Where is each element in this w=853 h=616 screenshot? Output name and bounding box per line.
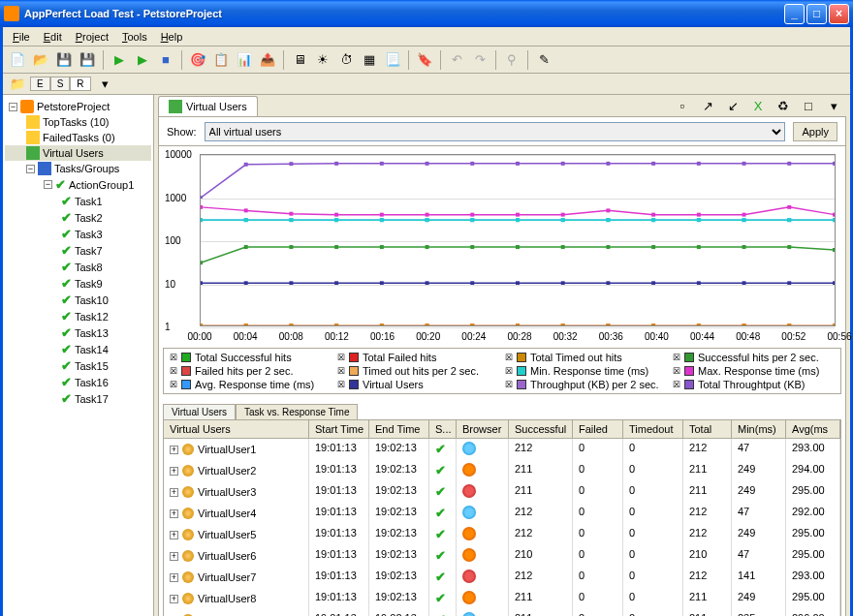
find-icon[interactable]: ⚲ [501,49,522,71]
table-row[interactable]: +VirtualUser819:01:1319:02:13✔2110021124… [164,588,840,609]
project-tree[interactable]: − PetstoreProject TopTasks (10) FailedTa… [3,95,154,616]
minitab-R[interactable]: R [70,77,90,91]
grid-icon[interactable]: ▦ [359,49,380,71]
tree-task[interactable]: ✔Task12 [5,308,151,324]
redo-icon[interactable]: ↷ [469,49,490,71]
x-tick: 00:36 [599,331,623,342]
table-row[interactable]: +VirtualUser619:01:1319:02:13✔2100021047… [164,545,840,567]
options-icon[interactable]: ▾ [95,74,116,95]
expand-icon[interactable]: + [170,552,178,561]
tree-task[interactable]: ✔Task3 [5,226,151,242]
expand-icon[interactable]: + [170,573,178,582]
expand-icon[interactable]: + [170,488,178,497]
col-header[interactable]: Successful [509,420,573,438]
close-button[interactable]: × [829,4,849,24]
tree-task[interactable]: ✔Task7 [5,242,151,259]
show-select[interactable]: All virtual users [205,122,786,141]
col-header[interactable]: Total [683,420,732,438]
col-header[interactable]: Min(ms) [732,420,786,438]
table-row[interactable]: +VirtualUser419:01:1319:02:13✔2120021247… [164,503,840,524]
table-row[interactable]: +VirtualUser119:01:1319:02:13✔2120021247… [164,439,840,460]
menu-edit[interactable]: Edit [38,29,68,45]
tag-icon[interactable]: 🔖 [414,49,435,71]
tree-tasksgroups[interactable]: − Tasks/Groups [5,161,151,176]
tree-task[interactable]: ✔Task10 [5,292,151,308]
save-icon[interactable]: 💾 [53,49,75,71]
tree-task[interactable]: ✔Task1 [5,193,151,209]
col-header[interactable]: Start Time [309,420,369,438]
saveall-icon[interactable]: 💾 [77,49,98,71]
play-icon[interactable]: ▶ [109,49,130,71]
expand-icon[interactable]: + [170,531,178,539]
col-header[interactable]: Avg(ms [786,420,840,438]
col-header[interactable]: Virtual Users [164,420,309,438]
undo-icon[interactable]: ↶ [446,49,467,71]
expand-icon[interactable]: + [170,595,178,603]
folder-icon[interactable]: 📁 [7,74,28,95]
tree-virtualusers[interactable]: Virtual Users [5,145,151,161]
menu-file[interactable]: File [7,29,36,45]
tool-icon[interactable]: ↙ [722,95,743,116]
collapse-icon[interactable]: − [9,103,17,111]
tree-project[interactable]: − PetstoreProject [5,99,151,114]
stop-icon[interactable]: ■ [155,49,176,71]
tree-task[interactable]: ✔Task8 [5,259,151,275]
tool-icon[interactable]: ▫ [672,95,693,116]
col-header[interactable]: S... [429,420,457,438]
tree-task[interactable]: ✔Task14 [5,341,151,357]
subtab-task-response[interactable]: Task vs. Response Time [236,404,358,419]
refresh-icon[interactable]: ♻ [773,95,794,116]
list-icon[interactable]: 📋 [210,49,232,71]
wand-icon[interactable]: ✎ [533,49,554,71]
clock-icon[interactable]: ⏱ [335,49,357,71]
new-icon[interactable]: 📄 [7,49,28,71]
table-row[interactable]: +VirtualUser319:01:1319:02:13✔2110021124… [164,481,840,503]
doc-icon[interactable]: 📃 [382,49,403,71]
tree-task[interactable]: ✔Task15 [5,357,151,374]
menu-tools[interactable]: Tools [116,29,153,45]
tree-task[interactable]: ✔Task16 [5,374,151,390]
menu-icon[interactable]: ▾ [823,95,844,116]
tree-task[interactable]: ✔Task17 [5,390,151,407]
monitor-icon[interactable]: 🖥 [289,49,310,71]
chart-icon[interactable]: 📊 [234,49,255,71]
tree-failedtasks[interactable]: FailedTasks (0) [5,130,151,145]
table-row[interactable]: +VirtualUser719:01:1319:02:13✔2120021214… [164,567,840,588]
export-excel-icon[interactable]: X [747,95,769,116]
tree-task[interactable]: ✔Task9 [5,275,151,292]
record-icon[interactable]: 🎯 [187,49,208,71]
tree-label: Task13 [75,327,109,339]
col-header[interactable]: Failed [573,420,623,438]
col-header[interactable]: Browser [457,420,509,438]
play2-icon[interactable]: ▶ [132,49,153,71]
menu-help[interactable]: Help [155,29,189,45]
open-icon[interactable]: 📂 [30,49,51,71]
maximize-pane-icon[interactable]: □ [798,95,819,116]
maximize-button[interactable]: □ [806,4,827,24]
apply-button[interactable]: Apply [793,122,837,141]
sun-icon[interactable]: ☀ [312,49,333,71]
tree-task[interactable]: ✔Task2 [5,209,151,226]
minitab-E[interactable]: E [30,77,50,91]
col-header[interactable]: End Time [369,420,429,438]
subtab-virtual-users[interactable]: Virtual Users [163,404,236,419]
expand-icon[interactable]: + [170,446,178,454]
col-header[interactable]: Timedout [623,420,683,438]
tree-task[interactable]: ✔Task13 [5,324,151,341]
minimize-button[interactable]: _ [784,4,805,24]
collapse-icon[interactable]: − [26,165,35,173]
tool-icon[interactable]: ↗ [697,95,718,116]
tree-toptasks[interactable]: TopTasks (10) [5,114,151,130]
minitab-S[interactable]: S [50,77,71,91]
table-row[interactable]: +VirtualUser919:01:1319:02:13✔2110021123… [164,609,840,616]
expand-icon[interactable]: + [170,467,178,476]
collapse-icon[interactable]: − [44,180,52,189]
tab-virtual-users[interactable]: Virtual Users [158,96,258,116]
export-icon[interactable]: 📤 [257,49,278,71]
tree-actiongroup[interactable]: − ✔ ActionGroup1 [5,176,151,193]
table-row[interactable]: +VirtualUser519:01:1319:02:13✔2120021224… [164,524,840,545]
table-row[interactable]: +VirtualUser219:01:1319:02:13✔2110021124… [164,460,840,481]
menu-project[interactable]: Project [70,29,114,45]
table-header[interactable]: Virtual UsersStart TimeEnd TimeS...Brows… [164,420,840,439]
expand-icon[interactable]: + [170,509,178,518]
